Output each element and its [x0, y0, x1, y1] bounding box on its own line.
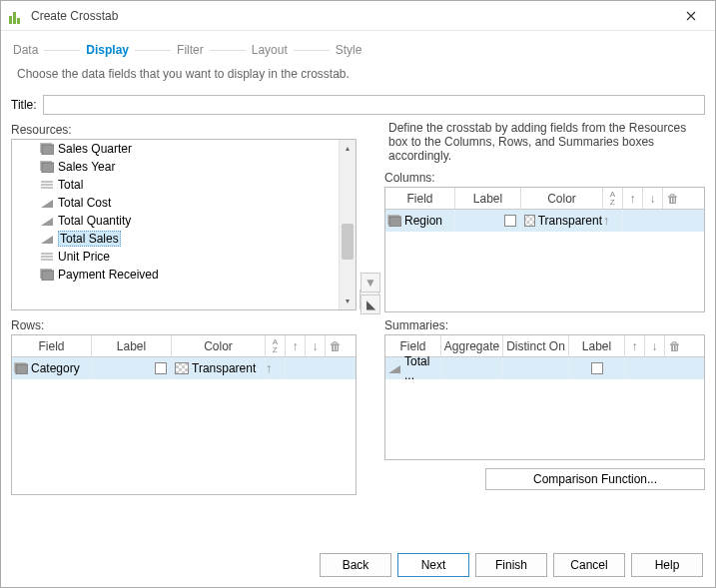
resource-item[interactable]: Sales Year	[38, 158, 339, 176]
rows-row-sort[interactable]: ↑	[266, 357, 286, 379]
trash-icon: 🗑	[330, 339, 342, 353]
calc-icon	[40, 197, 54, 209]
sum-header-label[interactable]: Label	[569, 335, 625, 356]
down-icon: ↓	[650, 192, 656, 206]
close-button[interactable]	[675, 4, 707, 28]
cols-row-label-checkbox[interactable]	[504, 215, 516, 227]
title-input[interactable]	[43, 95, 705, 115]
arrow-diag-icon: ◣	[366, 297, 375, 311]
wizard-buttons: Back Next Finish Cancel Help	[320, 553, 703, 577]
sum-header-field[interactable]: Field	[385, 335, 441, 356]
sum-header-distinct[interactable]: Distinct On	[503, 335, 569, 356]
cols-sort-az-button[interactable]: AZ	[603, 188, 623, 209]
scroll-down-icon[interactable]: ▾	[340, 293, 356, 309]
resource-item[interactable]: Total	[38, 176, 339, 194]
back-button[interactable]: Back	[320, 553, 391, 577]
summaries-label: Summaries:	[384, 318, 705, 332]
up-icon: ↑	[293, 339, 299, 353]
sum-delete-button[interactable]: 🗑	[665, 335, 685, 356]
sum-move-up-button[interactable]: ↑	[625, 335, 645, 356]
cols-header-field[interactable]: Field	[385, 188, 455, 209]
table-icon	[387, 215, 401, 227]
rows-delete-button[interactable]: 🗑	[326, 335, 346, 356]
svg-marker-9	[41, 236, 53, 244]
calc-icon	[40, 233, 54, 245]
sum-row-distinct[interactable]	[503, 357, 569, 379]
sum-row-aggregate[interactable]	[441, 357, 503, 379]
title-label: Title:	[11, 98, 37, 112]
rows-move-down-button[interactable]: ↓	[306, 335, 326, 356]
cols-row-sort[interactable]: ↑	[603, 210, 623, 232]
cols-header-label[interactable]: Label	[455, 188, 521, 209]
cols-header-color[interactable]: Color	[521, 188, 603, 209]
cols-delete-button[interactable]: 🗑	[663, 188, 683, 209]
rows-header-label[interactable]: Label	[92, 335, 172, 356]
rows-sort-az-button[interactable]: AZ	[266, 335, 286, 356]
cols-row-color-text: Transparent	[538, 214, 602, 228]
sum-row-label-checkbox[interactable]	[591, 362, 603, 374]
svg-rect-1	[42, 145, 54, 155]
step-filter[interactable]: Filter	[177, 43, 204, 57]
calc-icon	[40, 215, 54, 227]
step-display[interactable]: Display	[86, 43, 129, 57]
sum-row[interactable]: Total ...	[385, 357, 704, 379]
trash-icon: 🗑	[667, 192, 679, 206]
resource-item-selected[interactable]: Total Sales	[38, 230, 339, 248]
help-button[interactable]: Help	[631, 553, 703, 577]
step-data[interactable]: Data	[13, 43, 38, 57]
sum-move-down-button[interactable]: ↓	[645, 335, 665, 356]
move-down-button[interactable]: ▼	[360, 273, 380, 293]
calc-icon	[387, 362, 401, 374]
define-text: Define the crosstab by adding fields fro…	[384, 121, 705, 163]
rows-row-color-swatch[interactable]	[175, 362, 189, 374]
arrow-down-icon: ▼	[364, 276, 376, 290]
rows-header-field[interactable]: Field	[12, 335, 92, 356]
svg-rect-16	[16, 364, 28, 374]
rows-row[interactable]: Category Transparent ↑	[12, 357, 356, 379]
down-icon: ↓	[313, 339, 319, 353]
resource-item[interactable]: Sales Quarter	[38, 140, 339, 158]
cols-move-up-button[interactable]: ↑	[623, 188, 643, 209]
resource-item[interactable]: Unit Price	[38, 248, 339, 266]
cols-row-field: Region	[404, 214, 442, 228]
up-icon: ↑	[632, 339, 638, 353]
close-icon	[686, 11, 696, 21]
sum-row-field: Total ...	[404, 354, 440, 382]
cols-move-down-button[interactable]: ↓	[643, 188, 663, 209]
number-icon	[40, 179, 54, 191]
move-diag-button[interactable]: ◣	[360, 294, 380, 314]
sum-header-aggregate[interactable]: Aggregate	[441, 335, 503, 356]
step-layout[interactable]: Layout	[252, 43, 288, 57]
rows-header-color[interactable]: Color	[172, 335, 266, 356]
rows-row-label-checkbox[interactable]	[155, 362, 167, 374]
scroll-up-icon[interactable]: ▴	[340, 140, 356, 157]
resource-item[interactable]: Total Quantity	[38, 212, 339, 230]
down-icon: ↓	[652, 339, 658, 353]
rows-box: Field Label Color AZ ↑ ↓ 🗑 Category Tran…	[11, 334, 357, 495]
wizard-steps: Data Display Filter Layout Style	[1, 31, 715, 61]
finish-button[interactable]: Finish	[475, 553, 547, 577]
up-icon: ↑	[630, 192, 636, 206]
step-style[interactable]: Style	[336, 43, 362, 57]
resource-item[interactable]: Payment Received	[38, 266, 339, 284]
cols-row[interactable]: Region Transparent ↑	[385, 210, 704, 232]
scroll-thumb[interactable]	[342, 224, 354, 260]
columns-label: Columns:	[384, 171, 705, 185]
svg-rect-3	[42, 163, 54, 173]
table-icon	[40, 269, 54, 281]
resources-scrollbar[interactable]: ▴ ▾	[339, 140, 356, 309]
rows-move-up-button[interactable]: ↑	[286, 335, 306, 356]
cols-row-color-swatch[interactable]	[524, 215, 535, 227]
window-title: Create Crosstab	[31, 9, 118, 23]
title-bar: Create Crosstab	[1, 1, 715, 31]
resource-item[interactable]: Total Cost	[38, 194, 339, 212]
trash-icon: 🗑	[669, 339, 681, 353]
cancel-button[interactable]: Cancel	[553, 553, 625, 577]
svg-marker-8	[41, 218, 53, 226]
svg-rect-18	[389, 217, 401, 227]
app-icon	[9, 8, 25, 24]
comparison-function-button[interactable]: Comparison Function...	[485, 468, 705, 490]
sort-az-icon: AZ	[610, 191, 615, 207]
next-button[interactable]: Next	[397, 553, 469, 577]
summaries-box: Field Aggregate Distinct On Label ↑ ↓ 🗑 …	[384, 334, 705, 460]
